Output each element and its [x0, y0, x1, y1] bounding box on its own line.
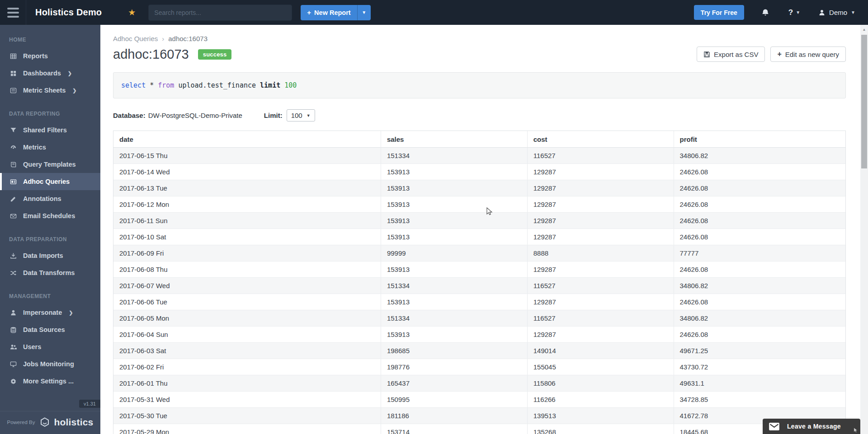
sidebar-item-shared-filters[interactable]: Shared Filters: [0, 121, 100, 139]
table-row[interactable]: 2017-06-10 Sat 153913 129287 24626.08: [113, 229, 845, 245]
table-row[interactable]: 2017-06-06 Tue 153913 129287 24626.08: [113, 294, 845, 310]
column-header-profit[interactable]: profit: [674, 131, 845, 148]
cell-cost: 116527: [527, 310, 674, 326]
cell-sales: 153913: [381, 327, 527, 342]
cell-profit: 34806.82: [674, 278, 845, 294]
sidebar-item-label: Reports: [23, 52, 48, 60]
cell-date: 2017-05-31 Wed: [113, 392, 381, 407]
table-row[interactable]: 2017-05-31 Wed 150995 116266 34728.85: [113, 392, 845, 408]
sidebar-item-label: Data Transforms: [23, 269, 75, 276]
breadcrumb-link-adhoc-queries[interactable]: Adhoc Queries: [113, 35, 158, 42]
table-icon: [9, 52, 17, 60]
cell-profit: 34728.85: [674, 392, 845, 407]
sidebar-item-label: More Settings ...: [23, 378, 74, 385]
sidebar-section: HOME Reports Dashboards ❯ Metric Sheets …: [0, 33, 100, 99]
filter-icon: [9, 126, 17, 134]
scrollbar-thumb[interactable]: [861, 35, 867, 168]
sidebar-item-more-settings[interactable]: More Settings ...: [0, 373, 100, 390]
cell-cost: 129287: [527, 294, 674, 310]
table-row[interactable]: 2017-06-14 Wed 153913 129287 24626.08: [113, 164, 845, 180]
table-row[interactable]: 2017-05-29 Mon 153714 135268 18445.68: [113, 424, 845, 434]
cell-cost: 139513: [527, 408, 674, 424]
main-content: Adhoc Queries › adhoc:16073 adhoc:16073 …: [100, 25, 860, 434]
search-input[interactable]: [148, 5, 292, 21]
try-for-free-button[interactable]: Try For Free: [694, 5, 744, 20]
column-header-cost[interactable]: cost: [527, 131, 674, 148]
sidebar-section-title: DATA PREPARATION: [0, 233, 100, 247]
cell-profit: 34806.82: [674, 148, 845, 163]
export-csv-button[interactable]: Export as CSV: [697, 47, 765, 62]
sidebar-item-metrics[interactable]: Metrics: [0, 139, 100, 156]
table-row[interactable]: 2017-05-30 Tue 181186 139513 41672.78: [113, 408, 845, 424]
limit-select[interactable]: 100 ▼: [287, 109, 315, 121]
sidebar-item-jobs-monitoring[interactable]: Jobs Monitoring: [0, 355, 100, 373]
column-header-date[interactable]: date: [113, 131, 381, 148]
cell-profit: 49671.25: [674, 343, 845, 359]
cell-sales: 153913: [381, 261, 527, 277]
sidebar-item-dashboards[interactable]: Dashboards ❯: [0, 65, 100, 82]
download-icon: [9, 252, 17, 259]
new-report-dropdown-caret[interactable]: ▼: [357, 5, 371, 20]
sidebar-section-title: MANAGEMENT: [0, 289, 100, 304]
table-row[interactable]: 2017-06-05 Mon 151334 116527 34806.82: [113, 310, 845, 327]
table-row[interactable]: 2017-06-01 Thu 165437 115806 49631.1: [113, 375, 845, 392]
user-menu[interactable]: Demo ▼: [818, 9, 855, 16]
page-title: adhoc:16073: [113, 47, 189, 62]
table-row[interactable]: 2017-06-02 Fri 198776 155045 43730.72: [113, 359, 845, 375]
sidebar-item-label: Users: [23, 343, 41, 350]
cell-date: 2017-06-02 Fri: [113, 359, 381, 375]
table-row[interactable]: 2017-06-15 Thu 151334 116527 34806.82: [113, 148, 845, 164]
sidebar-item-adhoc-queries[interactable]: Adhoc Queries: [0, 173, 100, 190]
cell-cost: 129287: [527, 261, 674, 277]
cell-sales: 153913: [381, 196, 527, 212]
sidebar-item-data-imports[interactable]: Data Imports: [0, 247, 100, 264]
table-row[interactable]: 2017-06-03 Sat 198685 149014 49671.25: [113, 343, 845, 359]
table-row[interactable]: 2017-06-12 Mon 153913 129287 24626.08: [113, 196, 845, 213]
sidebar-item-impersonate[interactable]: Impersonate ❯: [0, 304, 100, 321]
gauge-icon: [9, 144, 17, 151]
cell-sales: 153913: [381, 180, 527, 196]
column-header-sales[interactable]: sales: [381, 131, 527, 148]
table-row[interactable]: 2017-06-08 Thu 153913 129287 24626.08: [113, 261, 845, 278]
favorite-star-icon[interactable]: ★: [128, 7, 136, 18]
sidebar-section: MANAGEMENT Impersonate ❯ Data Sources Us…: [0, 289, 100, 390]
cell-cost: 116266: [527, 392, 674, 407]
scroll-up-arrow-icon[interactable]: ▲: [860, 28, 868, 32]
edit-as-new-query-button[interactable]: + Edit as new query: [770, 47, 846, 62]
vertical-scrollbar[interactable]: ▲: [860, 25, 868, 434]
database-label: Database:: [113, 112, 146, 119]
sidebar-item-label: Dashboards: [23, 70, 61, 77]
table-row[interactable]: 2017-06-09 Fri 99999 8888 77777: [113, 245, 845, 261]
sidebar-item-data-transforms[interactable]: Data Transforms: [0, 264, 100, 281]
sidebar-item-annotations[interactable]: Annotations: [0, 190, 100, 207]
cell-sales: 153913: [381, 213, 527, 229]
sidebar-item-users[interactable]: Users: [0, 338, 100, 355]
sidebar-section: DATA PREPARATION Data Imports Data Trans…: [0, 233, 100, 281]
table-row[interactable]: 2017-06-04 Sun 153913 129287 24626.08: [113, 327, 845, 343]
holistics-logo-icon: [39, 417, 50, 428]
help-menu[interactable]: ? ▼: [788, 8, 800, 17]
cell-sales: 198685: [381, 343, 527, 359]
cell-date: 2017-06-14 Wed: [113, 164, 381, 180]
envelope-icon: [9, 212, 17, 219]
pencil-icon: [9, 195, 17, 202]
breadcrumb-separator: ›: [162, 35, 164, 42]
sidebar-item-reports[interactable]: Reports: [0, 47, 100, 65]
sidebar-item-data-sources[interactable]: Data Sources: [0, 321, 100, 338]
leave-message-widget[interactable]: Leave a Message: [763, 419, 860, 434]
table-header-row: datesalescostprofit: [113, 131, 845, 148]
sidebar-item-email-schedules[interactable]: Email Schedules: [0, 207, 100, 224]
chevron-down-icon: ▼: [307, 113, 311, 118]
sidebar-item-label: Adhoc Queries: [23, 178, 70, 185]
hamburger-menu-icon[interactable]: [0, 0, 26, 25]
sql-query-panel[interactable]: select * from upload.test_finance limit …: [113, 72, 846, 98]
table-row[interactable]: 2017-06-07 Wed 151334 116527 34806.82: [113, 278, 845, 294]
table-row[interactable]: 2017-06-13 Tue 153913 129287 24626.08: [113, 180, 845, 196]
new-report-button[interactable]: +New Report ▼: [301, 5, 370, 20]
dashboard-icon: [9, 70, 17, 77]
sidebar-item-query-templates[interactable]: Query Templates: [0, 156, 100, 173]
powered-by-footer[interactable]: Powered By holistics: [0, 411, 100, 434]
sidebar-item-metric-sheets[interactable]: Metric Sheets ❯: [0, 82, 100, 99]
table-row[interactable]: 2017-06-11 Sun 153913 129287 24626.08: [113, 213, 845, 229]
notifications-bell-icon[interactable]: [761, 9, 769, 17]
